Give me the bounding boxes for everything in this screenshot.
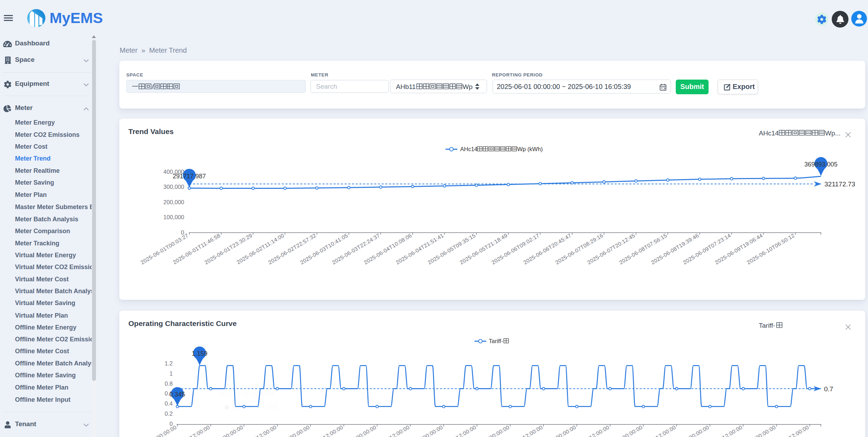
svg-text:1: 1 xyxy=(170,370,173,377)
svg-text:100,000: 100,000 xyxy=(163,214,184,220)
svg-text:321172.73: 321172.73 xyxy=(824,180,855,188)
svg-text:1.2: 1.2 xyxy=(165,360,173,366)
svg-text:Tariff-: Tariff- xyxy=(489,338,503,344)
svg-text:369893.005: 369893.005 xyxy=(804,161,837,168)
svg-text:300,000: 300,000 xyxy=(163,184,184,190)
svg-text:0.8: 0.8 xyxy=(165,380,173,387)
svg-text:0.7: 0.7 xyxy=(824,385,833,393)
svg-text:0.4: 0.4 xyxy=(165,400,173,407)
svg-text:291717.987: 291717.987 xyxy=(173,173,206,180)
svg-text:1.159: 1.159 xyxy=(192,350,207,357)
svg-text:Wp (kWh): Wp (kWh) xyxy=(517,146,543,152)
svg-text:AHc14: AHc14 xyxy=(460,146,478,152)
svg-text:Tariff-电: Tariff-电 xyxy=(232,404,252,410)
svg-text:1.159: 1.159 xyxy=(262,404,277,410)
svg-text:0.2: 0.2 xyxy=(165,410,173,417)
svg-text:200,000: 200,000 xyxy=(163,199,184,205)
svg-text:2025-06-01T08:00:00: 2025-06-01T08:00:00 xyxy=(219,391,275,398)
svg-text:0.345: 0.345 xyxy=(169,391,185,398)
